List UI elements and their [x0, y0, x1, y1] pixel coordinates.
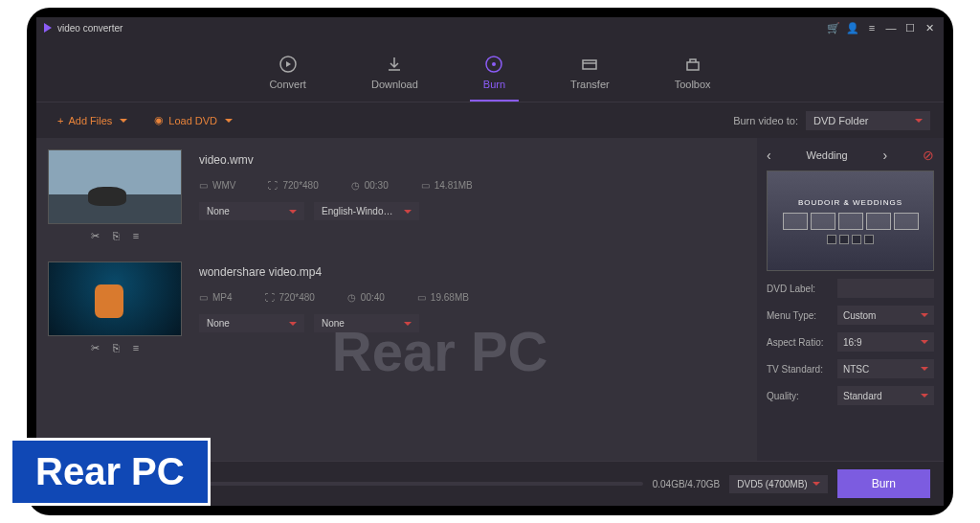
dvd-label-input[interactable]: [837, 279, 934, 298]
aspect-label: Aspect Ratio:: [767, 337, 832, 348]
dvd-label-label: DVD Label:: [767, 284, 832, 294]
adjust-icon[interactable]: ≡: [133, 342, 139, 354]
filename: wondershare video.mp4: [199, 265, 746, 279]
chevron-down-icon: [120, 119, 127, 123]
cart-icon[interactable]: 🛒: [827, 21, 840, 34]
video-thumbnail[interactable]: [48, 262, 182, 336]
menu-icon[interactable]: ≡: [865, 21, 879, 34]
chevron-down-icon: [289, 210, 297, 214]
resolution-value: 720*480: [279, 292, 315, 303]
maximize-button[interactable]: ☐: [903, 21, 917, 34]
add-files-button[interactable]: + Add Files: [50, 111, 135, 130]
svg-rect-4: [687, 62, 699, 70]
filename: video.wmv: [199, 153, 746, 167]
tab-toolbox[interactable]: Toolbox: [661, 48, 724, 102]
adjust-icon[interactable]: ≡: [133, 230, 139, 242]
size-indicator: 0.04GB/4.70GB: [653, 479, 721, 489]
chevron-down-icon: [289, 322, 297, 326]
duration-value: 00:30: [365, 180, 389, 191]
trim-icon[interactable]: ✂: [91, 342, 100, 354]
quality-label: Quality:: [767, 391, 832, 401]
menu-type-label: Menu Type:: [767, 310, 832, 321]
audio-select[interactable]: English-Windo…: [314, 202, 419, 220]
chevron-down-icon: [813, 482, 820, 486]
duration-value: 00:40: [361, 292, 385, 303]
chevron-down-icon: [921, 367, 928, 371]
disc-icon: ◉: [154, 114, 164, 126]
folder-icon: ▭: [417, 292, 426, 303]
toolbox-icon: [682, 54, 703, 75]
overlay-badge: Rear PC: [10, 438, 211, 506]
chevron-down-icon: [921, 340, 928, 344]
chevron-down-icon: [404, 210, 412, 214]
chevron-down-icon: [915, 119, 923, 123]
menu-preview[interactable]: BOUDOIR & WEDDINGS: [767, 171, 934, 271]
tv-label: TV Standard:: [767, 364, 832, 375]
plus-icon: +: [57, 115, 63, 126]
menu-type-select[interactable]: Custom: [837, 306, 934, 325]
close-button[interactable]: ✕: [923, 21, 936, 34]
crop-icon[interactable]: ⎘: [113, 230, 120, 242]
tv-select[interactable]: NTSC: [837, 359, 934, 378]
app-window: video converter 🛒 👤 ≡ — ☐ ✕ Convert Down…: [36, 17, 944, 506]
load-dvd-button[interactable]: ◉ Load DVD: [146, 110, 240, 130]
burn-to-label: Burn video to:: [733, 115, 798, 126]
crop-icon[interactable]: ⎘: [113, 342, 120, 354]
preview-banner: BOUDOIR & WEDDINGS: [798, 198, 902, 207]
format-icon: ▭: [199, 180, 208, 191]
clock-icon: ◷: [347, 292, 356, 303]
chevron-down-icon: [921, 313, 928, 317]
format-icon: ▭: [199, 292, 208, 303]
folder-icon: ▭: [421, 180, 430, 191]
theme-prev-button[interactable]: ‹: [767, 148, 771, 163]
theme-next-button[interactable]: ›: [883, 148, 888, 163]
size-value: 14.81MB: [434, 180, 473, 191]
resolution-icon: ⛶: [268, 180, 278, 191]
tab-burn[interactable]: Burn: [470, 48, 519, 102]
format-value: MP4: [212, 292, 233, 303]
theme-name: Wedding: [806, 149, 847, 161]
format-value: WMV: [212, 180, 235, 191]
disc-type-select[interactable]: DVD5 (4700MB): [729, 475, 827, 493]
burn-to-select[interactable]: DVD Folder: [806, 111, 930, 130]
tab-convert[interactable]: Convert: [256, 48, 320, 102]
svg-rect-3: [583, 60, 596, 69]
quality-select[interactable]: Standard: [837, 386, 934, 405]
svg-point-2: [492, 62, 496, 66]
tab-download[interactable]: Download: [358, 48, 432, 102]
size-value: 19.68MB: [431, 292, 469, 303]
resolution-value: 720*480: [282, 180, 318, 191]
subtitle-select[interactable]: None: [199, 202, 304, 220]
tab-transfer[interactable]: Transfer: [557, 48, 623, 102]
list-item: ✂ ⎘ ≡ wondershare video.mp4 ▭MP4 ⛶720*48…: [48, 262, 746, 360]
download-icon: [384, 54, 405, 75]
nav-tabs: Convert Download Burn Transfer Toolbox: [36, 38, 944, 102]
burn-icon: [483, 54, 504, 75]
subtitle-select[interactable]: None: [199, 314, 304, 332]
chevron-down-icon: [225, 119, 233, 123]
transfer-icon: [579, 54, 600, 75]
logo-icon: [44, 23, 52, 33]
chevron-down-icon: [404, 322, 412, 326]
body: ✂ ⎘ ≡ video.wmv ▭WMV ⛶720*480 ◷00:30 ▭14…: [36, 138, 944, 461]
aspect-select[interactable]: 16:9: [837, 332, 934, 352]
video-thumbnail[interactable]: [48, 149, 182, 224]
resolution-icon: ⛶: [265, 292, 275, 303]
minimize-button[interactable]: —: [884, 21, 898, 34]
clock-icon: ◷: [351, 180, 360, 191]
trim-icon[interactable]: ✂: [91, 230, 100, 242]
list-item: ✂ ⎘ ≡ video.wmv ▭WMV ⛶720*480 ◷00:30 ▭14…: [48, 149, 746, 248]
app-title: video converter: [57, 23, 827, 34]
file-list: ✂ ⎘ ≡ video.wmv ▭WMV ⛶720*480 ◷00:30 ▭14…: [36, 138, 757, 461]
chevron-down-icon: [921, 394, 928, 398]
titlebar: video converter 🛒 👤 ≡ — ☐ ✕: [36, 17, 944, 38]
no-menu-icon[interactable]: ⊘: [923, 148, 934, 163]
sidebar: ‹ Wedding › ⊘ BOUDOIR & WEDDINGS DVD Lab…: [757, 138, 944, 461]
audio-select[interactable]: None: [314, 314, 419, 332]
user-icon[interactable]: 👤: [846, 21, 859, 34]
convert-icon: [278, 54, 299, 75]
burn-button[interactable]: Burn: [837, 469, 930, 498]
toolbar: + Add Files ◉ Load DVD Burn video to: DV…: [36, 102, 944, 138]
